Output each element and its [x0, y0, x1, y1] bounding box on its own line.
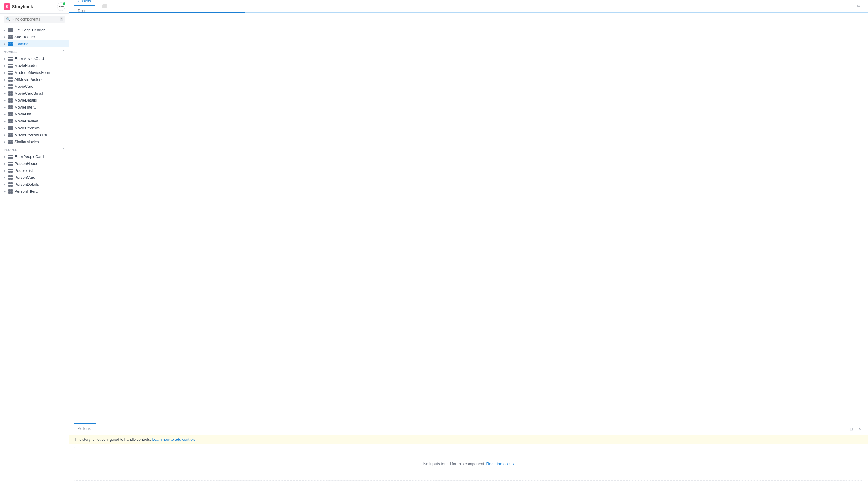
sidebar-item-label: Loading [14, 41, 28, 46]
sidebar-item-movie-filter-ui[interactable]: ▶ MovieFilterUI [0, 104, 69, 111]
chevron-icon: ▶ [4, 183, 7, 186]
sidebar-item-label: List Page Header [14, 28, 44, 32]
sidebar-item-label: MovieCard [14, 84, 33, 89]
section-collapse-btn[interactable]: ⌃ [62, 50, 65, 54]
warning-text: This story is not configured to handle c… [74, 437, 151, 442]
sidebar-item-label: PeopleList [14, 168, 33, 173]
chevron-icon: ▶ [4, 190, 7, 193]
toolbar-divider [97, 3, 97, 9]
sidebar: S Storybook ••• 🔍 / ▶ List Page Header ▶… [0, 0, 69, 483]
sidebar-item-people-list[interactable]: ▶ PeopleList [0, 167, 69, 174]
grid-icon [8, 161, 13, 166]
grid-icon [8, 126, 13, 130]
sidebar-item-site-header[interactable]: ▶ Site Header [0, 33, 69, 40]
sidebar-item-person-filter-ui[interactable]: ▶ PersonFilterUI [0, 188, 69, 195]
no-inputs-link[interactable]: Read the docs › [487, 461, 514, 466]
canvas-area [69, 12, 868, 423]
panel-close-button[interactable]: ✕ [856, 425, 863, 433]
sidebar-item-label: MovieReviewForm [14, 133, 47, 137]
close-panel-icon: ✕ [858, 427, 861, 431]
expand-panel-icon: ⊞ [849, 427, 853, 431]
search-input[interactable] [12, 17, 58, 22]
sidebar-item-label: MovieReview [14, 119, 38, 123]
chevron-icon: ▶ [4, 113, 7, 116]
sidebar-item-movie-details[interactable]: ▶ MovieDetails [0, 97, 69, 104]
external-icon-btn[interactable]: ⧉ [855, 2, 863, 10]
section-collapse-btn[interactable]: ⌃ [62, 148, 65, 152]
grid-icon [8, 78, 13, 82]
storybook-logo-icon: S [4, 3, 10, 10]
chevron-icon: ▶ [4, 29, 7, 32]
panel-expand-button[interactable]: ⊞ [847, 425, 855, 433]
sidebar-item-person-details[interactable]: ▶ PersonDetails [0, 181, 69, 188]
sidebar-item-movie-card[interactable]: ▶ MovieCard [0, 83, 69, 90]
grid-icon [8, 155, 13, 159]
sidebar-item-person-card[interactable]: ▶ PersonCard [0, 174, 69, 181]
sidebar-item-movie-reviews[interactable]: ▶ MovieReviews [0, 124, 69, 131]
sidebar-item-list-page-header[interactable]: ▶ List Page Header [0, 27, 69, 33]
chevron-icon: ▶ [4, 120, 7, 123]
chevron-icon: ▶ [4, 155, 7, 158]
chevron-icon: ▶ [4, 169, 7, 172]
grid-icon [8, 176, 13, 180]
chevron-icon: ▶ [4, 92, 7, 95]
chevron-icon: ▶ [4, 141, 7, 144]
sidebar-item-movie-list[interactable]: ▶ MovieList [0, 111, 69, 118]
search-icon: 🔍 [6, 17, 10, 22]
sidebar-item-similar-movies[interactable]: ▶ SimilarMovies [0, 139, 69, 145]
section-label: MOVIES [4, 50, 17, 54]
sidebar-item-movie-card-small[interactable]: ▶ MovieCardSmall [0, 90, 69, 97]
storybook-logo: S Storybook [4, 3, 33, 10]
section-header-movies: MOVIES ⌃ [0, 47, 69, 55]
sidebar-item-movie-review-form[interactable]: ▶ MovieReviewForm [0, 131, 69, 139]
chevron-icon: ▶ [4, 133, 7, 137]
sidebar-item-filter-movies-card[interactable]: ▶ FilterMoviesCard [0, 55, 69, 62]
sidebar-item-label: PersonHeader [14, 161, 40, 166]
image-icon-btn[interactable]: ⬜ [100, 2, 108, 10]
chevron-icon: ▶ [4, 176, 7, 179]
chevron-icon: ▶ [4, 57, 7, 60]
chevron-icon: ▶ [4, 64, 7, 67]
search-bar: 🔍 / [0, 13, 69, 25]
chevron-icon: ▶ [4, 85, 7, 88]
bottom-tab-actions[interactable]: Actions [74, 424, 94, 434]
sidebar-item-label: MadeupMoviesForm [14, 70, 50, 75]
toolbar: CanvasDocs ↻⊕⊖⊙⬜⊞⊟▤▢ ⤢⧉⛓ [69, 0, 868, 12]
chevron-icon: ▶ [4, 42, 7, 46]
bottom-tabs-right: ⊞ ✕ [847, 425, 863, 433]
sections-list: MOVIES ⌃ ▶ FilterMoviesCard ▶ MovieHeade… [0, 47, 69, 195]
sidebar-item-movie-review[interactable]: ▶ MovieReview [0, 118, 69, 124]
sidebar-item-loading[interactable]: ▶ Loading [0, 40, 69, 47]
bottom-panel: ControlsActionsInteractions ⊞ ✕ This sto… [69, 423, 868, 483]
sidebar-item-label: MovieDetails [14, 98, 37, 102]
zoom-reset-icon-btn[interactable]: ⊙ [100, 0, 108, 2]
chevron-icon: ▶ [4, 127, 7, 130]
sidebar-item-label: PersonDetails [14, 182, 39, 187]
sidebar-item-person-header[interactable]: ▶ PersonHeader [0, 160, 69, 167]
grid-icon [8, 84, 13, 89]
warning-link[interactable]: Learn how to add controls › [152, 437, 197, 442]
grid-icon [8, 64, 13, 68]
sidebar-item-label: PersonFilterUI [14, 189, 39, 193]
bottom-panel-tabs: ControlsActionsInteractions ⊞ ✕ [69, 423, 868, 435]
toolbar-tab-canvas[interactable]: Canvas [74, 0, 95, 6]
search-shortcut: / [60, 18, 63, 22]
sidebar-item-all-movie-posters[interactable]: ▶ AllMoviePosters [0, 76, 69, 83]
sidebar-item-label: MovieList [14, 112, 31, 116]
grid-icon [8, 91, 13, 96]
sidebar-item-label: MovieHeader [14, 63, 38, 68]
chevron-icon: ▶ [4, 106, 7, 109]
sidebar-item-movie-header[interactable]: ▶ MovieHeader [0, 62, 69, 69]
grid-icon [8, 119, 13, 123]
sidebar-item-madeup-movies-form[interactable]: ▶ MadeupMoviesForm [0, 69, 69, 76]
expand-icon-btn[interactable]: ⤢ [855, 0, 863, 2]
sidebar-item-filter-people-card[interactable]: ▶ FilterPeopleCard [0, 153, 69, 160]
grid-icon [8, 105, 13, 110]
warning-banner: This story is not configured to handle c… [69, 435, 868, 445]
grid-icon [8, 98, 13, 102]
grid-icon [8, 112, 13, 116]
progress-bar-container [69, 12, 868, 13]
no-inputs-message: No inputs found for this component. Read… [74, 447, 863, 481]
search-input-wrap[interactable]: 🔍 / [4, 16, 65, 23]
sidebar-item-label: SimilarMovies [14, 140, 39, 144]
